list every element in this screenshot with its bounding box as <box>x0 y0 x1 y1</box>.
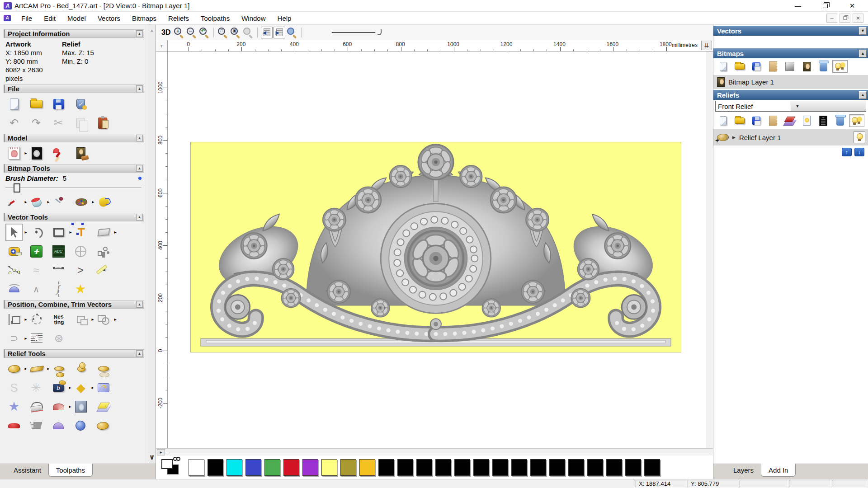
vector-texture-button[interactable] <box>28 330 45 347</box>
create-arc-button[interactable] <box>50 262 67 279</box>
subtract-relief-button[interactable] <box>95 360 112 377</box>
relief-visibility-button[interactable] <box>854 131 865 143</box>
transform-vectors-button[interactable] <box>28 224 45 241</box>
turn-relief-button[interactable] <box>50 398 67 415</box>
palette-swatch[interactable] <box>511 459 527 476</box>
palette-swatch[interactable] <box>587 459 603 476</box>
flood-fill-button[interactable] <box>28 193 45 211</box>
reliefs-collapse-button[interactable]: ▲ <box>859 91 867 99</box>
wrap-relief-button[interactable]: ↷ <box>95 379 112 396</box>
line-width-control[interactable] <box>332 28 382 38</box>
flyout-arrow-icon[interactable]: ▸ <box>24 366 28 371</box>
scroll-down-icon[interactable]: ∨ <box>148 454 156 461</box>
vector-tools-header[interactable]: Vector Tools ▲ <box>4 213 144 221</box>
ruler-units-dropdown[interactable]: ⇊ <box>701 41 712 50</box>
dome-relief-button[interactable] <box>50 417 67 434</box>
model-section-header[interactable]: Model ▲ <box>4 134 144 142</box>
raise-relief-button[interactable] <box>73 360 90 377</box>
primary-colour-swatch[interactable] <box>161 459 173 469</box>
distort-vectors-button[interactable] <box>95 224 112 241</box>
palette-swatch[interactable] <box>245 459 261 476</box>
menu-window[interactable]: Window <box>236 13 271 24</box>
node-editing-button[interactable]: ∧ <box>28 281 45 298</box>
create-rectangle-button[interactable] <box>50 224 67 241</box>
palette-swatch[interactable] <box>397 459 413 476</box>
reliefs-section-header[interactable]: Reliefs ▲ <box>713 90 868 100</box>
mdi-minimize-button[interactable]: – <box>826 14 837 23</box>
pick-colour-button[interactable] <box>51 193 68 211</box>
collapse-button[interactable]: ▲ <box>136 214 143 221</box>
delete-from-layer-button[interactable] <box>765 60 781 73</box>
create-text-button[interactable]: T <box>73 224 90 241</box>
smooth-s-button[interactable]: S <box>5 379 23 396</box>
position-combine-trim-header[interactable]: Position, Combine, Trim Vectors ▲ <box>4 300 144 309</box>
zoom-fit-button[interactable]: ▣ <box>230 27 241 38</box>
open-model-button[interactable] <box>28 95 45 113</box>
save-bitmap-layer-button[interactable] <box>749 60 764 73</box>
add-relief-button[interactable] <box>51 360 68 377</box>
project-information-header[interactable]: Project Information ▲ <box>4 29 144 38</box>
paint-button[interactable] <box>5 193 23 211</box>
delete-relief-layer-button[interactable] <box>832 114 848 127</box>
set-model-size-button[interactable] <box>5 145 23 162</box>
delete-from-relief-button[interactable] <box>765 114 781 127</box>
palette-swatch[interactable] <box>473 459 489 476</box>
gold-relief-button[interactable] <box>94 417 111 434</box>
collapse-button[interactable]: ▲ <box>136 30 143 37</box>
palette-swatch[interactable] <box>549 459 565 476</box>
measure-button[interactable] <box>5 243 23 260</box>
menu-toolpaths[interactable]: Toolpaths <box>195 13 236 24</box>
new-bitmap-layer-button[interactable] <box>715 60 731 73</box>
vectors-expand-button[interactable]: ▼ <box>859 27 867 35</box>
merge-layers-button[interactable] <box>782 60 797 73</box>
toggle-all-reliefs-button[interactable] <box>849 114 864 127</box>
palette-swatch[interactable] <box>416 459 432 476</box>
weld-vectors-button[interactable] <box>95 311 112 328</box>
close-button[interactable]: ✕ <box>846 1 858 10</box>
restore-button[interactable] <box>819 1 831 10</box>
create-star-button[interactable]: ★ <box>72 281 89 298</box>
menu-vectors[interactable]: Vectors <box>92 13 126 24</box>
create-dome-button[interactable] <box>5 281 23 298</box>
flyout-arrow-icon[interactable]: ▸ <box>24 317 28 322</box>
menu-edit[interactable]: Edit <box>38 13 61 24</box>
mdi-close-button[interactable]: × <box>853 14 863 23</box>
text-block-button[interactable]: ABC <box>50 243 67 260</box>
freehand-sketch-button[interactable]: ≈ <box>28 262 45 279</box>
palette-swatch[interactable] <box>378 459 394 476</box>
bitmaps-collapse-button[interactable]: ▲ <box>859 50 867 57</box>
new-model-button[interactable] <box>5 95 23 113</box>
flyout-arrow-icon[interactable]: ▸ <box>68 385 72 390</box>
open-bitmap-layer-button[interactable] <box>732 60 747 73</box>
palette-swatch[interactable] <box>283 459 299 476</box>
menu-reliefs[interactable]: Reliefs <box>162 13 195 24</box>
toggle-vector-visibility-button[interactable]: ▶ <box>274 27 285 38</box>
palette-swatch[interactable] <box>435 459 451 476</box>
flyout-arrow-icon[interactable]: ▸ <box>24 230 28 235</box>
new-relief-layer-button[interactable] <box>715 114 731 127</box>
flyout-arrow-icon[interactable]: ▸ <box>68 404 72 409</box>
mdi-restore-button[interactable] <box>840 14 850 23</box>
group-vectors-button[interactable] <box>72 311 90 328</box>
tab-toolpaths[interactable]: Toolpaths <box>48 464 93 477</box>
stack-reliefs-button[interactable] <box>782 114 797 127</box>
toggle-bitmap-visibility-button[interactable]: ◀ <box>261 27 273 38</box>
basket-weave-button[interactable] <box>28 417 45 434</box>
collapse-button[interactable]: ▲ <box>136 301 143 308</box>
ruler-origin-corner[interactable]: + <box>156 40 168 51</box>
open-relief-layer-button[interactable] <box>732 114 747 127</box>
greyscale-preview-button[interactable] <box>816 114 831 127</box>
undo-button[interactable]: ↶ <box>5 114 23 131</box>
expand-arrow-icon[interactable]: ▶ <box>732 136 736 140</box>
flyout-arrow-icon[interactable]: ▸ <box>46 366 51 371</box>
bitmap-tools-header[interactable]: Bitmap Tools ▲ <box>4 164 144 173</box>
palette-swatch[interactable] <box>644 459 660 476</box>
file-section-header[interactable]: File ▲ <box>4 84 144 93</box>
wrap-text-button[interactable] <box>72 243 89 260</box>
palette-swatch[interactable] <box>568 459 584 476</box>
flyout-arrow-icon[interactable]: ▸ <box>113 317 118 322</box>
switch-3d-view-button[interactable]: 3D <box>160 27 172 38</box>
flyout-arrow-icon[interactable]: ▸ <box>90 317 95 322</box>
move-layer-up-button[interactable]: ↑ <box>842 148 852 156</box>
save-relief-layer-button[interactable] <box>749 114 764 127</box>
